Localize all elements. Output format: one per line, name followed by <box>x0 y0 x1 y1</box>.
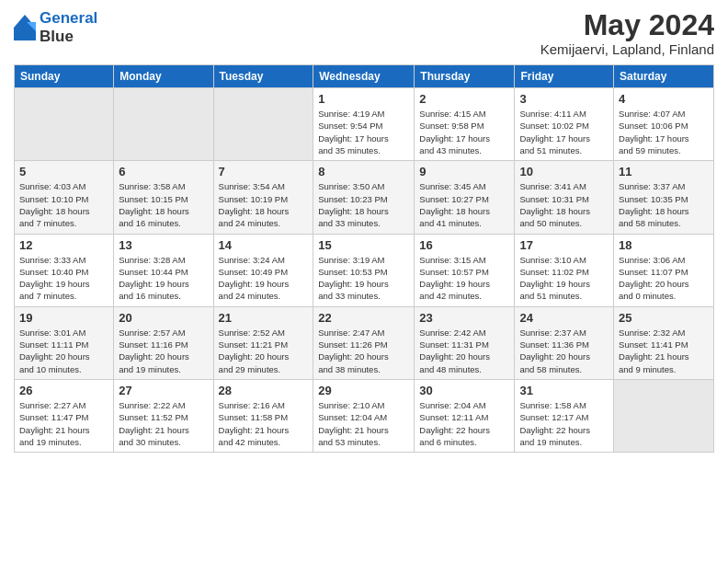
day-cell: 21Sunrise: 2:52 AM Sunset: 11:21 PM Dayl… <box>213 306 313 379</box>
day-cell: 10Sunrise: 3:41 AM Sunset: 10:31 PM Dayl… <box>515 161 614 234</box>
day-cell: 5Sunrise: 4:03 AM Sunset: 10:10 PM Dayli… <box>15 161 114 234</box>
logo-general: General <box>40 9 97 27</box>
day-cell <box>114 88 213 161</box>
day-cell: 13Sunrise: 3:28 AM Sunset: 10:44 PM Dayl… <box>114 234 213 306</box>
day-info: Sunrise: 3:01 AM Sunset: 11:11 PM Daylig… <box>19 327 108 375</box>
day-info: Sunrise: 4:11 AM Sunset: 10:02 PM Daylig… <box>519 108 609 156</box>
logo-icon <box>14 15 36 40</box>
day-cell <box>15 88 114 161</box>
day-number: 11 <box>619 165 709 178</box>
day-cell <box>213 88 313 161</box>
day-info: Sunrise: 3:45 AM Sunset: 10:27 PM Daylig… <box>419 180 509 229</box>
day-cell: 19Sunrise: 3:01 AM Sunset: 11:11 PM Dayl… <box>15 306 114 379</box>
day-cell: 16Sunrise: 3:15 AM Sunset: 10:57 PM Dayl… <box>415 234 515 306</box>
week-row-2: 5Sunrise: 4:03 AM Sunset: 10:10 PM Dayli… <box>15 161 714 234</box>
day-info: Sunrise: 4:15 AM Sunset: 9:58 PM Dayligh… <box>419 108 509 156</box>
weekday-header-row: SundayMondayTuesdayWednesdayThursdayFrid… <box>15 65 714 88</box>
day-cell: 12Sunrise: 3:33 AM Sunset: 10:40 PM Dayl… <box>15 234 114 306</box>
header: General Blue May 2024 Kemijaervi, Laplan… <box>14 9 714 57</box>
day-cell: 28Sunrise: 2:16 AM Sunset: 11:58 PM Dayl… <box>213 379 313 452</box>
day-number: 24 <box>519 311 609 325</box>
weekday-header-wednesday: Wednesday <box>313 65 415 88</box>
day-info: Sunrise: 2:47 AM Sunset: 11:26 PM Daylig… <box>318 327 409 375</box>
day-info: Sunrise: 2:52 AM Sunset: 11:21 PM Daylig… <box>219 327 309 375</box>
day-cell: 15Sunrise: 3:19 AM Sunset: 10:53 PM Dayl… <box>313 234 415 306</box>
day-info: Sunrise: 2:32 AM Sunset: 11:41 PM Daylig… <box>619 327 709 375</box>
day-info: Sunrise: 2:37 AM Sunset: 11:36 PM Daylig… <box>519 327 609 375</box>
weekday-header-sunday: Sunday <box>15 65 114 88</box>
page: General Blue May 2024 Kemijaervi, Laplan… <box>0 0 728 563</box>
day-number: 25 <box>619 311 709 325</box>
day-info: Sunrise: 2:10 AM Sunset: 12:04 AM Daylig… <box>318 399 409 448</box>
day-number: 16 <box>419 238 509 252</box>
day-info: Sunrise: 3:58 AM Sunset: 10:15 PM Daylig… <box>119 180 208 229</box>
day-info: Sunrise: 2:57 AM Sunset: 11:16 PM Daylig… <box>119 327 208 375</box>
logo-text: General Blue <box>40 9 97 45</box>
day-number: 1 <box>318 92 409 106</box>
day-info: Sunrise: 2:42 AM Sunset: 11:31 PM Daylig… <box>419 327 509 375</box>
day-cell: 23Sunrise: 2:42 AM Sunset: 11:31 PM Dayl… <box>415 306 515 379</box>
day-cell: 4Sunrise: 4:07 AM Sunset: 10:06 PM Dayli… <box>614 88 714 161</box>
day-number: 12 <box>19 238 108 252</box>
day-info: Sunrise: 2:16 AM Sunset: 11:58 PM Daylig… <box>219 399 309 448</box>
day-number: 31 <box>519 384 609 397</box>
day-number: 7 <box>219 165 309 178</box>
week-row-5: 26Sunrise: 2:27 AM Sunset: 11:47 PM Dayl… <box>15 379 714 452</box>
day-cell: 7Sunrise: 3:54 AM Sunset: 10:19 PM Dayli… <box>213 161 313 234</box>
day-number: 21 <box>219 311 309 325</box>
day-cell: 2Sunrise: 4:15 AM Sunset: 9:58 PM Daylig… <box>415 88 515 161</box>
day-number: 3 <box>519 92 609 106</box>
day-cell: 20Sunrise: 2:57 AM Sunset: 11:16 PM Dayl… <box>114 306 213 379</box>
day-number: 15 <box>318 238 409 252</box>
day-number: 14 <box>219 238 309 252</box>
day-cell: 25Sunrise: 2:32 AM Sunset: 11:41 PM Dayl… <box>614 306 714 379</box>
day-number: 5 <box>19 165 108 178</box>
day-cell: 3Sunrise: 4:11 AM Sunset: 10:02 PM Dayli… <box>515 88 614 161</box>
day-number: 29 <box>318 384 409 397</box>
day-info: Sunrise: 2:22 AM Sunset: 11:52 PM Daylig… <box>119 399 208 448</box>
day-cell: 26Sunrise: 2:27 AM Sunset: 11:47 PM Dayl… <box>15 379 114 452</box>
logo-blue: Blue <box>40 28 97 46</box>
day-cell: 30Sunrise: 2:04 AM Sunset: 12:11 AM Dayl… <box>415 379 515 452</box>
day-info: Sunrise: 1:58 AM Sunset: 12:17 AM Daylig… <box>519 399 609 448</box>
day-cell <box>614 379 714 452</box>
day-cell: 18Sunrise: 3:06 AM Sunset: 11:07 PM Dayl… <box>614 234 714 306</box>
day-cell: 1Sunrise: 4:19 AM Sunset: 9:54 PM Daylig… <box>313 88 415 161</box>
day-info: Sunrise: 3:37 AM Sunset: 10:35 PM Daylig… <box>619 180 709 229</box>
week-row-4: 19Sunrise: 3:01 AM Sunset: 11:11 PM Dayl… <box>15 306 714 379</box>
day-info: Sunrise: 3:15 AM Sunset: 10:57 PM Daylig… <box>419 254 509 303</box>
weekday-header-saturday: Saturday <box>614 65 714 88</box>
day-number: 6 <box>119 165 208 178</box>
main-title: May 2024 <box>540 9 714 41</box>
day-number: 28 <box>219 384 309 397</box>
day-info: Sunrise: 3:28 AM Sunset: 10:44 PM Daylig… <box>119 254 208 303</box>
day-number: 17 <box>519 238 609 252</box>
day-cell: 22Sunrise: 2:47 AM Sunset: 11:26 PM Dayl… <box>313 306 415 379</box>
day-number: 13 <box>119 238 208 252</box>
day-info: Sunrise: 4:03 AM Sunset: 10:10 PM Daylig… <box>19 180 108 229</box>
subtitle: Kemijaervi, Lapland, Finland <box>540 41 714 57</box>
weekday-header-thursday: Thursday <box>415 65 515 88</box>
day-cell: 31Sunrise: 1:58 AM Sunset: 12:17 AM Dayl… <box>515 379 614 452</box>
logo: General Blue <box>14 9 97 45</box>
weekday-header-tuesday: Tuesday <box>213 65 313 88</box>
day-info: Sunrise: 4:19 AM Sunset: 9:54 PM Dayligh… <box>318 108 409 156</box>
day-info: Sunrise: 3:33 AM Sunset: 10:40 PM Daylig… <box>19 254 108 303</box>
day-number: 19 <box>19 311 108 325</box>
day-number: 23 <box>419 311 509 325</box>
day-info: Sunrise: 3:54 AM Sunset: 10:19 PM Daylig… <box>219 180 309 229</box>
day-cell: 11Sunrise: 3:37 AM Sunset: 10:35 PM Dayl… <box>614 161 714 234</box>
day-cell: 29Sunrise: 2:10 AM Sunset: 12:04 AM Dayl… <box>313 379 415 452</box>
weekday-header-friday: Friday <box>515 65 614 88</box>
day-number: 9 <box>419 165 509 178</box>
day-number: 10 <box>519 165 609 178</box>
day-number: 22 <box>318 311 409 325</box>
day-number: 30 <box>419 384 509 397</box>
weekday-header-monday: Monday <box>114 65 213 88</box>
day-info: Sunrise: 3:24 AM Sunset: 10:49 PM Daylig… <box>219 254 309 303</box>
day-info: Sunrise: 4:07 AM Sunset: 10:06 PM Daylig… <box>619 108 709 156</box>
title-block: May 2024 Kemijaervi, Lapland, Finland <box>540 9 714 57</box>
day-info: Sunrise: 3:06 AM Sunset: 11:07 PM Daylig… <box>619 254 709 303</box>
calendar-table: SundayMondayTuesdayWednesdayThursdayFrid… <box>14 64 714 453</box>
day-cell: 27Sunrise: 2:22 AM Sunset: 11:52 PM Dayl… <box>114 379 213 452</box>
